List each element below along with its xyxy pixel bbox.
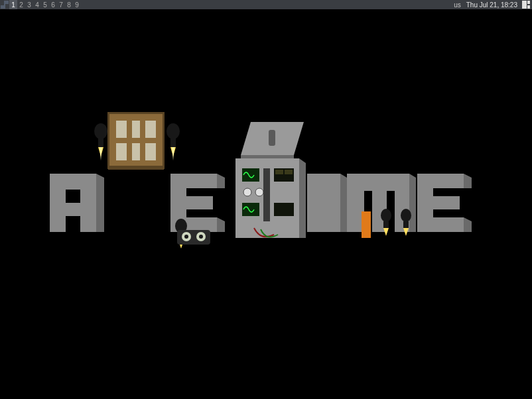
svg-marker-25 — [217, 174, 225, 188]
svg-point-51 — [381, 209, 391, 222]
svg-marker-58 — [464, 217, 472, 232]
tag-9[interactable]: 9 — [73, 0, 81, 9]
awesome-logo-illustration — [50, 109, 481, 255]
jet-small-m2-icon — [398, 208, 414, 239]
svg-rect-52 — [383, 221, 389, 228]
svg-rect-43 — [285, 170, 293, 174]
svg-rect-24 — [108, 166, 164, 170]
svg-marker-49 — [340, 174, 347, 232]
svg-point-45 — [255, 188, 263, 196]
desktop-wallpaper — [0, 9, 532, 399]
svg-rect-3 — [522, 1, 527, 9]
layout-tile-icon — [522, 1, 530, 9]
svg-rect-37 — [269, 130, 275, 146]
jet-small-m1-icon — [378, 208, 394, 239]
wibar-panel: 1 2 3 4 5 6 7 8 9 us Thu Jul 21, 18:23 — [0, 0, 532, 9]
clock-widget[interactable]: Thu Jul 21, 18:23 — [465, 1, 519, 9]
svg-rect-4 — [527, 1, 530, 4]
tag-8[interactable]: 8 — [65, 0, 73, 9]
logo-letter-e-2 — [417, 174, 472, 232]
svg-rect-5 — [527, 5, 530, 9]
svg-rect-12 — [170, 138, 176, 147]
svg-rect-23 — [109, 138, 163, 143]
robot-eyes-icon — [177, 225, 210, 245]
svg-rect-19 — [109, 114, 163, 121]
svg-point-32 — [184, 235, 188, 239]
svg-rect-42 — [275, 170, 283, 174]
tag-5[interactable]: 5 — [41, 0, 49, 9]
svg-point-44 — [243, 188, 251, 196]
svg-marker-57 — [464, 174, 472, 188]
layout-indicator-button[interactable] — [521, 0, 531, 9]
logo-letter-s-machine — [228, 122, 307, 241]
keyboard-layout-indicator[interactable]: us — [452, 1, 462, 9]
svg-marker-56 — [403, 228, 409, 236]
svg-marker-36 — [241, 155, 294, 158]
logo-letter-w-crate — [103, 109, 169, 182]
svg-rect-46 — [242, 203, 259, 216]
awesome-menu-icon — [1, 1, 9, 9]
svg-marker-39 — [299, 158, 306, 238]
launcher-menu-button[interactable] — [0, 0, 9, 9]
tag-4[interactable]: 4 — [33, 0, 41, 9]
right-widget-group: us Thu Jul 21, 18:23 — [452, 0, 532, 9]
tag-2[interactable]: 2 — [17, 0, 25, 9]
svg-marker-53 — [383, 228, 389, 236]
tag-6[interactable]: 6 — [49, 0, 57, 9]
svg-point-54 — [401, 209, 411, 222]
svg-marker-10 — [100, 147, 102, 160]
taglist: 1 2 3 4 5 6 7 8 9 — [9, 0, 81, 9]
logo-letter-a — [50, 174, 104, 232]
svg-point-34 — [199, 235, 203, 239]
svg-rect-47 — [274, 203, 294, 216]
logo-letter-o — [307, 174, 347, 232]
svg-rect-2 — [5, 4, 9, 9]
tag-3[interactable]: 3 — [25, 0, 33, 9]
svg-marker-14 — [172, 147, 174, 160]
tag-1[interactable]: 1 — [9, 0, 17, 9]
orange-accent — [362, 211, 371, 238]
tag-7[interactable]: 7 — [57, 0, 65, 9]
svg-rect-40 — [242, 168, 259, 182]
svg-rect-1 — [1, 1, 4, 5]
svg-rect-48 — [263, 168, 270, 221]
svg-rect-55 — [403, 221, 409, 228]
svg-marker-26 — [217, 217, 225, 232]
svg-marker-6 — [96, 174, 104, 232]
